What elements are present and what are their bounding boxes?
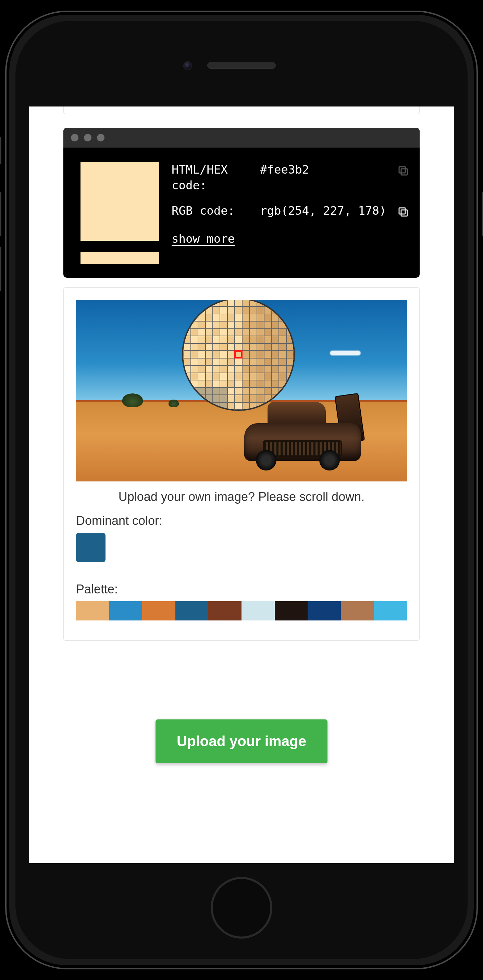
dominant-color-label: Dominant color: [76,514,407,528]
phone-volume-up [0,192,2,236]
rgb-label: RGB code: [172,203,250,219]
image-cloud [330,351,361,355]
image-tree [122,393,143,407]
page-content: HTML/HEX code: #fee3b2 RGB code: rgb( [29,107,454,791]
svg-rect-1 [399,167,405,173]
svg-rect-0 [401,169,407,175]
phone-home-button[interactable] [211,877,273,939]
upload-card: Upload your image [63,671,419,791]
image-tree [169,399,179,407]
upload-image-button[interactable]: Upload your image [156,719,327,763]
phone-power-button [481,192,483,236]
image-picker-card: Upload your own image? Please scroll dow… [63,287,419,641]
swatch-column [81,162,159,264]
palette-swatch[interactable] [76,601,109,620]
palette-swatch[interactable] [175,601,209,620]
palette-swatch[interactable] [142,601,175,620]
svg-rect-2 [401,210,407,216]
previous-card-edge [63,107,419,114]
palette-swatch[interactable] [208,601,241,620]
palette-swatch[interactable] [109,601,142,620]
screen: HTML/HEX code: #fee3b2 RGB code: rgb( [29,107,454,863]
magnifier-cursor-icon [234,350,242,358]
phone-body: HTML/HEX code: #fee3b2 RGB code: rgb( [5,11,478,969]
phone-mute-switch [0,137,2,164]
hex-row: HTML/HEX code: #fee3b2 [172,162,410,194]
window-dot-zoom-icon [97,134,104,142]
phone-frame: HTML/HEX code: #fee3b2 RGB code: rgb( [0,0,483,980]
palette-swatch[interactable] [308,601,341,620]
palette-section: Palette: [76,582,407,620]
color-values-column: HTML/HEX code: #fee3b2 RGB code: rgb( [172,162,410,245]
picked-color-bar [81,252,159,264]
picked-color-swatch [81,162,159,241]
copy-rgb-icon[interactable] [397,206,410,218]
palette-row [76,601,407,620]
rgb-value: rgb(254, 227, 178) [260,203,410,219]
palette-label: Palette: [76,582,407,597]
window-dot-minimize-icon [84,134,91,142]
upload-hint-caption: Upload your own image? Please scroll dow… [76,490,407,504]
svg-rect-3 [399,208,405,214]
copy-hex-icon[interactable] [397,165,410,177]
hex-label: HTML/HEX code: [172,162,250,194]
phone-volume-down [0,247,2,291]
palette-swatch[interactable] [241,601,275,620]
color-magnifier[interactable] [182,300,295,411]
hex-value: #fee3b2 [260,162,410,178]
phone-inner: HTML/HEX code: #fee3b2 RGB code: rgb( [15,21,467,959]
terminal-body: HTML/HEX code: #fee3b2 RGB code: rgb( [63,148,419,278]
palette-swatch[interactable] [341,601,374,620]
palette-swatch[interactable] [374,601,407,620]
rgb-row: RGB code: rgb(254, 227, 178) [172,203,410,219]
dominant-color-swatch[interactable] [76,533,105,562]
image-car [244,402,361,471]
sample-image[interactable] [76,300,407,481]
phone-front-camera [183,61,192,70]
window-dot-close-icon [71,134,78,142]
show-more-link[interactable]: show more [172,232,234,245]
phone-speaker [207,62,276,69]
terminal-titlebar [63,128,419,148]
color-code-terminal: HTML/HEX code: #fee3b2 RGB code: rgb( [63,128,419,278]
palette-swatch[interactable] [275,601,308,620]
